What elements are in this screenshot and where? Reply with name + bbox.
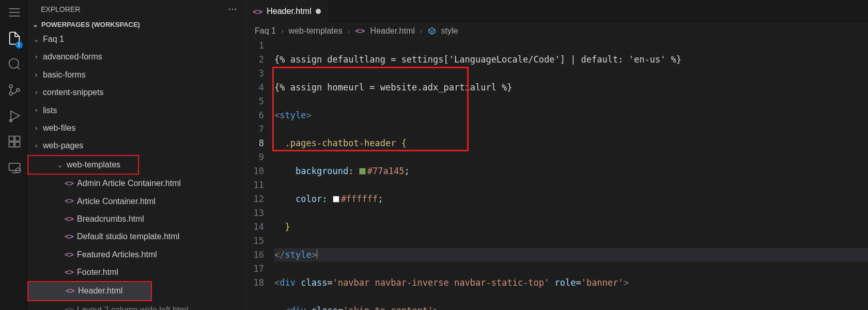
- svg-rect-14: [9, 163, 20, 171]
- code-content[interactable]: {% assign defaultlang = settings['Langua…: [274, 39, 868, 310]
- folder-basic-forms[interactable]: › basic-forms: [33, 66, 245, 84]
- html-icon: <>: [65, 303, 74, 310]
- html-icon: <>: [66, 284, 75, 299]
- explorer-title: EXPLORER: [41, 5, 80, 13]
- file-breadcrumbs[interactable]: <> Breadcrumbs.html: [33, 210, 245, 228]
- file-footer[interactable]: <> Footer.html: [33, 264, 245, 281]
- svg-line-4: [17, 67, 20, 69]
- chevron-right-icon: ›: [33, 122, 40, 134]
- editor-area: <> Header.html Faq 1 › web-templates › <…: [245, 0, 868, 310]
- style-symbol-icon: [428, 27, 436, 35]
- explorer-sidebar: EXPLORER ··· ⌄ POWERPAGES (WORKSPACE) ⌄ …: [28, 0, 245, 310]
- color-swatch-icon: [333, 196, 339, 203]
- tab-label: Header.html: [267, 7, 311, 16]
- more-actions-icon[interactable]: ···: [228, 5, 238, 13]
- chevron-right-icon: ›: [33, 140, 40, 152]
- breadcrumb[interactable]: Faq 1 › web-templates › <> Header.html ›…: [245, 23, 868, 39]
- html-icon: <>: [253, 7, 262, 17]
- folder-advanced-forms[interactable]: › advanced-forms: [33, 48, 245, 66]
- chevron-down-icon: ⌄: [33, 34, 40, 45]
- html-icon: <>: [355, 26, 365, 36]
- tab-bar: <> Header.html: [245, 0, 868, 23]
- file-default-studio[interactable]: <> Default studio template.html: [33, 228, 245, 245]
- extensions-icon[interactable]: [7, 134, 22, 151]
- html-icon: <>: [65, 176, 74, 191]
- folder-content-snippets[interactable]: › content-snippets: [33, 84, 245, 101]
- svg-marker-8: [11, 111, 19, 121]
- color-swatch-icon: [359, 168, 366, 175]
- folder-web-pages[interactable]: › web-pages: [33, 137, 245, 154]
- chevron-right-icon: ›: [281, 27, 284, 35]
- tab-header-html[interactable]: <> Header.html: [245, 0, 329, 23]
- line-gutter: 123 456 789 101112 131415 161718: [245, 39, 274, 310]
- svg-rect-11: [15, 136, 20, 141]
- file-layout-2col[interactable]: <> Layout 2 column wide left.html: [33, 301, 245, 310]
- folder-web-files[interactable]: › web-files: [33, 119, 245, 137]
- breadcrumb-seg[interactable]: Header.html: [370, 26, 415, 36]
- explorer-icon[interactable]: 1: [7, 31, 22, 48]
- breadcrumb-seg[interactable]: Faq 1: [255, 26, 276, 36]
- svg-rect-12: [9, 142, 13, 147]
- dirty-indicator-icon: [316, 9, 321, 14]
- svg-rect-13: [15, 142, 20, 147]
- html-icon: <>: [65, 229, 74, 244]
- badge: 1: [16, 41, 23, 49]
- chevron-right-icon: ›: [33, 104, 40, 116]
- remote-icon[interactable]: [7, 160, 22, 177]
- breadcrumb-seg[interactable]: web-templates: [289, 26, 343, 36]
- chevron-down-icon: ⌄: [56, 159, 64, 171]
- svg-rect-10: [9, 136, 13, 141]
- search-icon[interactable]: [7, 57, 22, 73]
- svg-point-6: [9, 92, 12, 95]
- html-icon: <>: [65, 194, 74, 209]
- html-icon: <>: [65, 247, 74, 262]
- file-featured-articles[interactable]: <> Featured Articles.html: [33, 246, 245, 264]
- workspace-section[interactable]: ⌄ POWERPAGES (WORKSPACE): [28, 19, 245, 30]
- file-article-container[interactable]: <> Article Container.html: [33, 193, 245, 210]
- run-debug-icon[interactable]: [7, 109, 22, 125]
- svg-point-5: [9, 85, 12, 88]
- svg-point-3: [9, 59, 19, 69]
- folder-lists[interactable]: › lists: [33, 102, 245, 119]
- activity-bar: 1: [0, 0, 28, 310]
- breadcrumb-seg[interactable]: style: [441, 26, 458, 36]
- folder-web-templates[interactable]: ⌄ web-templates: [27, 155, 139, 175]
- html-icon: <>: [65, 212, 74, 227]
- workspace-name: POWERPAGES (WORKSPACE): [41, 21, 140, 28]
- chevron-right-icon: ›: [33, 69, 40, 81]
- folder-faq1[interactable]: ⌄ Faq 1: [33, 30, 245, 48]
- chevron-right-icon: ›: [420, 27, 423, 35]
- chevron-down-icon: ⌄: [33, 21, 38, 28]
- chevron-right-icon: ›: [33, 87, 40, 99]
- code-editor[interactable]: 123 456 789 101112 131415 161718 {% assi…: [245, 39, 868, 310]
- html-icon: <>: [65, 265, 74, 280]
- chevron-right-icon: ›: [348, 27, 350, 35]
- chevron-right-icon: ›: [33, 51, 40, 63]
- file-admin-article[interactable]: <> Admin Article Container.html: [33, 175, 245, 192]
- source-control-icon[interactable]: [7, 83, 22, 99]
- menu-icon[interactable]: [7, 5, 22, 22]
- file-header[interactable]: <> Header.html: [27, 281, 152, 301]
